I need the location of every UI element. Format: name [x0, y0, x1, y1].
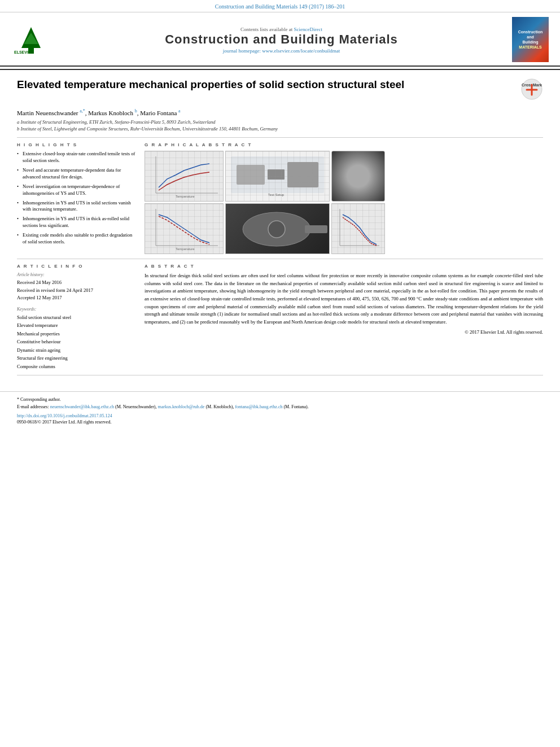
affiliations: a Institute of Structural Engineering, E… — [17, 119, 543, 133]
keywords-label: Keywords: — [17, 307, 135, 312]
cover-line1: Construction — [518, 29, 543, 34]
highlight-item-1: Extensive closed-loop strain-rate contro… — [17, 151, 135, 164]
footer: * Corresponding author. E-mail addresses… — [0, 391, 560, 430]
top-bar: Construction and Building Materials 149 … — [0, 0, 560, 12]
copyright: © 2017 Elsevier Ltd. All rights reserved… — [145, 329, 543, 335]
svg-text:ELSEVIER: ELSEVIER — [14, 50, 34, 54]
svg-rect-10 — [237, 165, 265, 185]
name-k: (M. Knobloch), — [205, 404, 234, 409]
received-date: Received 24 May 2016 — [17, 279, 135, 287]
highlight-item-6: Existing code models also suitable to pr… — [17, 232, 135, 246]
keyword-5: Dynamic strain ageing — [17, 346, 135, 354]
keyword-1: Solid section structural steel — [17, 313, 135, 321]
highlight-item-5: Inhomogeneities in YS and UTS in thick a… — [17, 216, 135, 229]
highlight-item-3: Novel investigation on temperature-depen… — [17, 184, 135, 197]
corresponding-note: * Corresponding author. — [17, 396, 543, 404]
sciencedirect-link[interactable]: ScienceDirect — [294, 27, 322, 32]
name-n: (M. Neuenschwander), — [115, 404, 157, 409]
contents-available: Contents lists available at ScienceDirec… — [51, 26, 512, 32]
abstract-text: In structural fire design thick solid st… — [145, 272, 543, 326]
ga-row-2: Temperature — [145, 203, 543, 254]
keyword-2: Elevated temperature — [17, 321, 135, 329]
journal-header: ELSEVIER Contents lists available at Sci… — [0, 12, 560, 67]
cover-line3: Building — [523, 40, 539, 45]
article-info-col: A R T I C L E I N F O Article history: R… — [17, 264, 135, 370]
header-left: ELSEVIER — [11, 24, 51, 55]
email-label: E-mail addresses: — [17, 404, 49, 409]
ga-image-3 — [331, 151, 385, 202]
homepage-prefix: journal homepage: — [223, 48, 262, 54]
svg-text:Temperature: Temperature — [176, 195, 195, 198]
article-title: Elevated temperature mechanical properti… — [17, 78, 515, 92]
keyword-4: Constitutive behaviour — [17, 338, 135, 346]
cover-line2: and — [527, 34, 533, 40]
email-fontana[interactable]: fontana@ibk.baug.ethz.ch — [235, 404, 282, 409]
affiliation-b: b Institute of Steel, Lightweight and Co… — [17, 125, 543, 133]
ga-image-5 — [225, 203, 330, 254]
header-center: Contents lists available at ScienceDirec… — [51, 26, 512, 54]
page: Construction and Building Materials 149 … — [0, 0, 560, 747]
ga-image-2: Test Setup — [225, 151, 330, 202]
star-note: * Corresponding author. — [17, 397, 61, 402]
journal-cover: Construction and Building MATERIALS — [512, 17, 549, 62]
graph-svg-3: Temperature — [147, 206, 221, 251]
tool-svg — [226, 204, 330, 254]
divider-1 — [17, 137, 543, 138]
affiliation-a: a Institute of Structural Engineering, E… — [17, 119, 543, 126]
highlights-list: Extensive closed-loop strain-rate contro… — [17, 151, 135, 246]
info-abstract-row: A R T I C L E I N F O Article history: R… — [17, 264, 543, 370]
graphical-abstract-col: G R A P H I C A L A B S T R A C T Temper… — [145, 142, 543, 254]
svg-text:Temperature: Temperature — [176, 247, 195, 251]
sup-star: * — [83, 108, 85, 113]
abstract-col: A B S T R A C T In structural fire desig… — [145, 264, 543, 370]
article-dates: Received 24 May 2016 Received in revised… — [17, 279, 135, 302]
graph-svg-1: Temperature — [147, 154, 221, 199]
article-info-heading: A R T I C L E I N F O — [17, 264, 135, 269]
history-label: Article history: — [17, 272, 135, 277]
highlight-item-2: Novel and accurate temperature-dependent… — [17, 167, 135, 181]
header-divider — [0, 69, 560, 70]
svg-text:Test Setup: Test Setup — [268, 193, 285, 196]
elsevier-logo: ELSEVIER — [11, 24, 51, 55]
highlights-col: H I G H L I G H T S Extensive closed-loo… — [17, 142, 135, 254]
sup-b: b — [135, 108, 137, 113]
highlight-item-4: Inhomogeneities in YS and UTS in solid s… — [17, 200, 135, 213]
main-content: Elevated temperature mechanical properti… — [0, 72, 560, 386]
svg-point-19 — [268, 221, 285, 238]
accepted-date: Accepted 12 May 2017 — [17, 294, 135, 302]
keyword-6: Structural fire engineering — [17, 354, 135, 362]
email-neuenschwander[interactable]: neuenschwander@ibk.baug.ethz.ch — [50, 404, 114, 409]
doi-link[interactable]: http://dx.doi.org/10.1016/j.conbuildmat.… — [17, 413, 112, 418]
email-knobloch[interactable]: markus.knobloch@rub.de — [158, 404, 205, 409]
contents-text: Contents lists available at — [240, 27, 294, 32]
article-title-section: Elevated temperature mechanical properti… — [17, 78, 543, 104]
divider-2 — [17, 259, 543, 259]
graph-svg-4 — [334, 206, 382, 251]
ga-image-4: Temperature — [145, 203, 224, 254]
svg-rect-18 — [305, 225, 327, 233]
abstract-heading: A B S T R A C T — [145, 264, 543, 269]
svg-rect-12 — [287, 162, 318, 187]
journal-citation-link[interactable]: Construction and Building Materials 149 … — [215, 3, 345, 10]
cover-line4: MATERIALS — [519, 45, 541, 50]
doi-line: http://dx.doi.org/10.1016/j.conbuildmat.… — [17, 413, 543, 418]
graph-svg-2: Test Setup — [228, 154, 327, 199]
svg-rect-11 — [268, 169, 285, 180]
homepage-url: www.elsevier.com/locate/conbuildmat — [262, 48, 340, 54]
crossmark-icon: CrossMark — [521, 78, 542, 100]
highlights-graphical-row: H I G H L I G H T S Extensive closed-loo… — [17, 142, 543, 254]
ga-image-6 — [331, 203, 385, 254]
crossmark-badge: CrossMark — [520, 78, 543, 101]
revised-date: Received in revised form 24 April 2017 — [17, 287, 135, 295]
journal-homepage: journal homepage: www.elsevier.com/locat… — [51, 48, 512, 54]
name-f: (M. Fontana). — [283, 404, 308, 409]
keyword-7: Composite columns — [17, 362, 135, 370]
authors: Martin Neuenschwander a,*, Markus Knoblo… — [17, 108, 543, 116]
keyword-3: Mechanical properties — [17, 330, 135, 338]
issn-line: 0950-0618/© 2017 Elsevier Ltd. All right… — [17, 420, 543, 425]
graphical-abstract-heading: G R A P H I C A L A B S T R A C T — [145, 142, 543, 147]
svg-rect-9 — [231, 156, 324, 193]
graphical-abstract-images: Temperature Test Setup — [145, 151, 543, 254]
divider-3 — [17, 375, 543, 375]
highlights-heading: H I G H L I G H T S — [17, 142, 135, 147]
